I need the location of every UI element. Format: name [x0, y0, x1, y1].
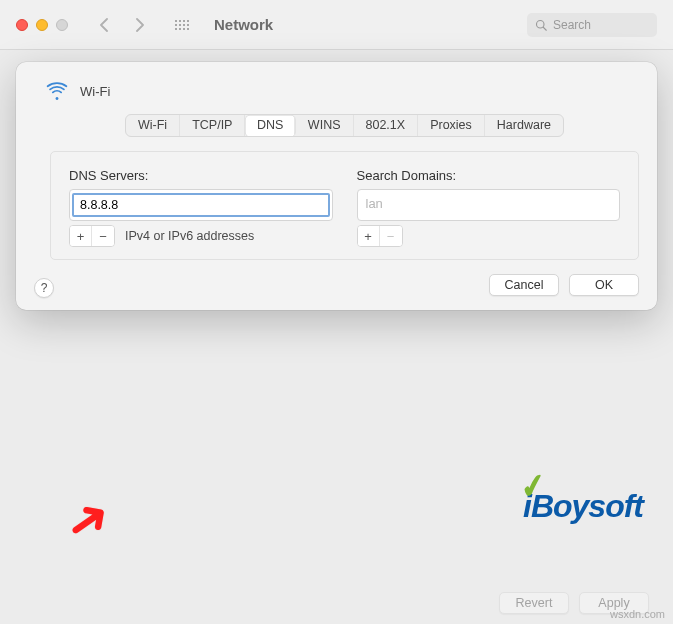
revert-button: Revert	[499, 592, 569, 614]
watermark-logo: i✔Boysoft	[523, 490, 643, 522]
close-window-button[interactable]	[16, 19, 28, 31]
dns-servers-column: DNS Servers: + − IPv4 or IPv6 addresses	[69, 168, 333, 247]
tab-wins[interactable]: WINS	[296, 115, 354, 136]
search-placeholder: Search	[553, 18, 591, 32]
window-title: Network	[214, 16, 273, 33]
add-dns-server-button[interactable]: +	[70, 226, 92, 246]
tab-hardware[interactable]: Hardware	[485, 115, 563, 136]
cancel-button[interactable]: Cancel	[489, 274, 559, 296]
wifi-icon	[46, 80, 68, 102]
dns-hint-text: IPv4 or IPv6 addresses	[125, 229, 254, 243]
tab-tcp-ip[interactable]: TCP/IP	[180, 115, 245, 136]
help-button[interactable]: ?	[34, 278, 54, 298]
dns-server-entry-input[interactable]	[72, 193, 330, 217]
tab-proxies[interactable]: Proxies	[418, 115, 485, 136]
tab-wi-fi[interactable]: Wi-Fi	[126, 115, 180, 136]
search-domains-list[interactable]: lan	[357, 189, 621, 221]
dns-servers-list[interactable]	[69, 189, 333, 221]
search-icon	[535, 19, 547, 31]
domain-add-remove-control: + −	[357, 225, 403, 247]
tab-dns[interactable]: DNS	[245, 115, 296, 137]
back-button	[90, 14, 118, 36]
settings-tabs: Wi-FiTCP/IPDNSWINS802.1XProxiesHardware	[50, 114, 639, 137]
apply-button: Apply	[579, 592, 649, 614]
search-domains-column: Search Domains: lan + −	[357, 168, 621, 247]
search-domains-label: Search Domains:	[357, 168, 621, 183]
forward-button	[126, 14, 154, 36]
remove-dns-server-button[interactable]: −	[92, 226, 114, 246]
dns-content-panel: DNS Servers: + − IPv4 or IPv6 addresses …	[50, 151, 639, 260]
svg-line-1	[543, 27, 546, 30]
main-window-footer-buttons: Revert Apply	[499, 592, 649, 614]
dns-add-remove-control: + −	[69, 225, 115, 247]
sheet-header: Wi-Fi	[46, 80, 639, 102]
show-all-preferences-button[interactable]	[168, 14, 196, 36]
remove-search-domain-button: −	[380, 226, 402, 246]
minimize-window-button[interactable]	[36, 19, 48, 31]
add-search-domain-button[interactable]: +	[358, 226, 380, 246]
zoom-window-button[interactable]	[56, 19, 68, 31]
sheet-footer: ? Cancel OK	[50, 274, 639, 296]
search-domain-entry[interactable]: lan	[358, 190, 620, 217]
ok-button[interactable]: OK	[569, 274, 639, 296]
dns-settings-sheet: Wi-Fi Wi-FiTCP/IPDNSWINS802.1XProxiesHar…	[16, 62, 657, 310]
connection-name: Wi-Fi	[80, 84, 110, 99]
search-field[interactable]: Search	[527, 13, 657, 37]
dns-servers-label: DNS Servers:	[69, 168, 333, 183]
tab-802-1x[interactable]: 802.1X	[354, 115, 419, 136]
annotation-arrow-icon: ➜	[53, 483, 123, 557]
titlebar: Network Search	[0, 0, 673, 50]
window-controls	[16, 19, 68, 31]
